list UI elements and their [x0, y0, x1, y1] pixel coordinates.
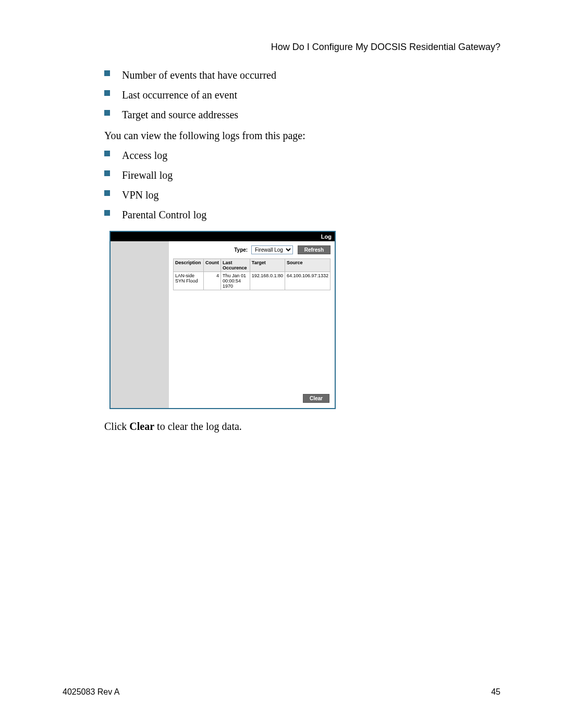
- list-item-text: Parental Control log: [122, 209, 206, 220]
- bullet-icon: [104, 170, 110, 176]
- list-item: VPN log: [104, 187, 500, 203]
- clear-text-suffix: to clear the log data.: [154, 421, 242, 432]
- logs-types-list: Access log Firewall log VPN log Parental…: [104, 147, 500, 223]
- page-footer: 4025083 Rev A 45: [63, 687, 500, 697]
- bullet-icon: [104, 70, 110, 76]
- list-item-text: Last occurrence of an event: [122, 89, 237, 101]
- clear-text-bold: Clear: [129, 421, 154, 432]
- cell-target: 192.168.0.1:80: [250, 272, 285, 290]
- clear-button-row: Clear: [300, 393, 329, 403]
- list-item-text: VPN log: [122, 189, 159, 201]
- list-item: Access log: [104, 147, 500, 163]
- list-item-text: Access log: [122, 150, 167, 161]
- table-row: LAN-side SYN Flood 4 Thu Jan 01 00:00:54…: [174, 272, 331, 290]
- bullet-icon: [104, 210, 110, 216]
- list-item: Last occurrence of an event: [104, 87, 500, 103]
- log-table: Description Count Last Occurence Target …: [173, 258, 331, 290]
- log-sidebar: [111, 241, 169, 408]
- list-item: Target and source addresses: [104, 107, 500, 122]
- col-description: Description: [174, 259, 204, 272]
- type-label: Type:: [234, 247, 248, 253]
- col-count: Count: [203, 259, 221, 272]
- list-item: Number of events that have occurred: [104, 67, 500, 83]
- clear-button[interactable]: Clear: [303, 394, 329, 403]
- page-header: How Do I Configure My DOCSIS Residential…: [104, 42, 500, 53]
- cell-source: 64.100.106.97:1332: [285, 272, 330, 290]
- table-header-row: Description Count Last Occurence Target …: [174, 259, 331, 272]
- bullet-icon: [104, 110, 110, 116]
- clear-text-prefix: Click: [104, 421, 129, 432]
- log-type-select[interactable]: Firewall Log: [251, 245, 293, 254]
- cell-last-occurence: Thu Jan 01 00:00:54 1970: [221, 272, 250, 290]
- view-logs-intro: You can view the following logs from thi…: [104, 128, 500, 143]
- col-source: Source: [285, 259, 330, 272]
- log-type-row: Type: Firewall Log Refresh: [173, 245, 331, 254]
- bullet-icon: [104, 190, 110, 196]
- log-window-title: Log: [111, 232, 335, 241]
- cell-description: LAN-side SYN Flood: [174, 272, 204, 290]
- list-item-text: Firewall log: [122, 169, 173, 181]
- clear-instruction: Click Clear to clear the log data.: [104, 418, 500, 434]
- list-item: Parental Control log: [104, 207, 500, 223]
- log-main-panel: Type: Firewall Log Refresh Description C…: [169, 241, 335, 408]
- footer-page-number: 45: [491, 687, 500, 697]
- col-target: Target: [250, 259, 285, 272]
- cell-count: 4: [203, 272, 221, 290]
- refresh-button[interactable]: Refresh: [298, 245, 331, 254]
- col-last-occurence: Last Occurence: [221, 259, 250, 272]
- list-item-text: Number of events that have occurred: [122, 69, 276, 81]
- list-item-text: Target and source addresses: [122, 109, 238, 120]
- footer-doc-id: 4025083 Rev A: [63, 687, 119, 697]
- bullet-icon: [104, 90, 110, 96]
- event-details-list: Number of events that have occurred Last…: [104, 67, 500, 122]
- list-item: Firewall log: [104, 167, 500, 183]
- bullet-icon: [104, 151, 110, 156]
- log-screenshot: Log Type: Firewall Log Refresh Descripti…: [109, 231, 336, 409]
